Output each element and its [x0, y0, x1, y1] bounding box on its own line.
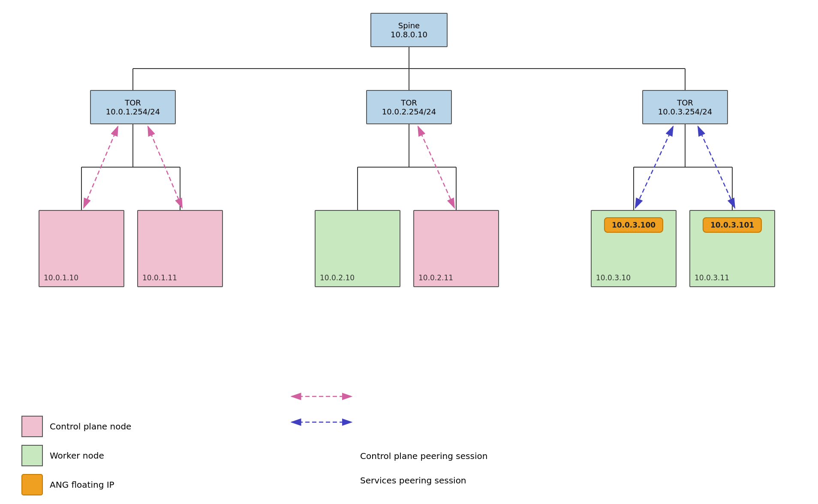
spine-ip: 10.8.0.10: [391, 30, 427, 39]
tor1-label: TOR: [125, 98, 141, 107]
legend-floating-label: ANG floating IP: [50, 480, 114, 490]
legend-floating: ANG floating IP: [21, 474, 131, 495]
spine-node: Spine 10.8.0.10: [370, 13, 448, 47]
server-node-4: 10.0.2.11: [413, 210, 499, 287]
tor-node-2: TOR 10.0.2.254/24: [366, 90, 452, 124]
tor1-ip: 10.0.1.254/24: [106, 107, 160, 116]
server-node-2: 10.0.1.11: [137, 210, 223, 287]
legend-worker-label: Worker node: [50, 450, 104, 461]
server-node-5: 10.0.3.100 10.0.3.10: [591, 210, 677, 287]
server2-ip: 10.0.1.11: [142, 273, 177, 282]
legend-control-peering-label: Control plane peering session: [360, 451, 487, 461]
server1-ip: 10.0.1.10: [44, 273, 78, 282]
floating-ip-badge-2: 10.0.3.101: [703, 217, 762, 233]
svg-line-23: [418, 126, 454, 208]
server-node-6: 10.0.3.101 10.0.3.11: [689, 210, 775, 287]
legend-services-peering-label: Services peering session: [360, 475, 466, 486]
tor2-label: TOR: [401, 98, 417, 107]
floating-ip-badge-1: 10.0.3.100: [604, 217, 663, 233]
legend-floating-box: [21, 474, 43, 495]
legend-worker: Worker node: [21, 445, 131, 466]
legend: Control plane node Worker node ANG float…: [21, 416, 131, 495]
server-node-1: 10.0.1.10: [39, 210, 124, 287]
svg-line-21: [84, 126, 118, 208]
server5-ip: 10.0.3.10: [596, 273, 631, 282]
tor2-ip: 10.0.2.254/24: [382, 107, 436, 116]
tor-node-3: TOR 10.0.3.254/24: [642, 90, 728, 124]
server-node-3: 10.0.2.10: [315, 210, 400, 287]
svg-line-25: [698, 126, 735, 208]
diagram-container: Spine 10.8.0.10 TOR 10.0.1.254/24 TOR 10…: [0, 0, 818, 504]
server4-ip: 10.0.2.11: [418, 273, 453, 282]
tor3-label: TOR: [677, 98, 693, 107]
tor3-ip: 10.0.3.254/24: [658, 107, 712, 116]
server3-ip: 10.0.2.10: [320, 273, 355, 282]
server6-ip: 10.0.3.11: [695, 273, 729, 282]
legend-control-label: Control plane node: [50, 421, 131, 432]
legend-control-plane: Control plane node: [21, 416, 131, 437]
svg-line-22: [148, 126, 182, 208]
legend-worker-box: [21, 445, 43, 466]
spine-label: Spine: [398, 21, 420, 30]
svg-line-24: [635, 126, 673, 208]
legend-control-box: [21, 416, 43, 437]
tor-node-1: TOR 10.0.1.254/24: [90, 90, 176, 124]
